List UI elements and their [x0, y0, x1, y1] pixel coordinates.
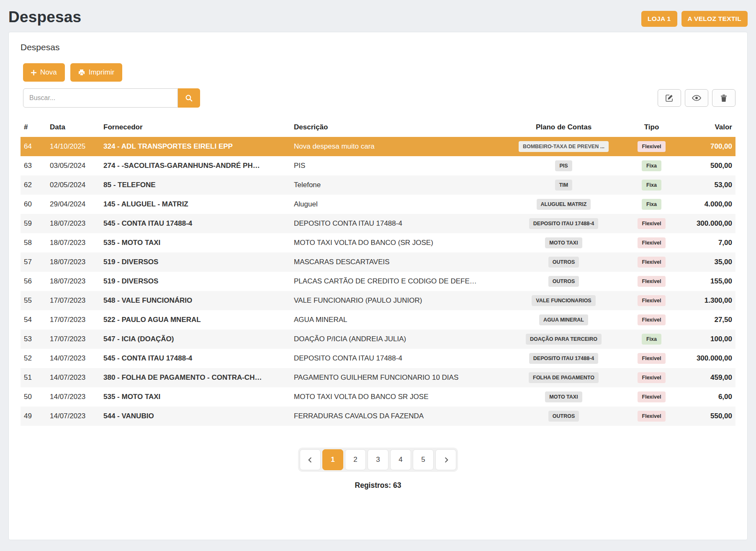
imprimir-button[interactable]: Imprimir	[70, 63, 122, 82]
expenses-card: Despesas Nova Imprimir	[8, 32, 748, 540]
pagination-page-3[interactable]: 3	[368, 449, 388, 470]
cell-valor: 100,00	[680, 330, 735, 349]
cell-tipo: Flexível	[623, 407, 680, 426]
pagination-page-1[interactable]: 1	[322, 449, 343, 470]
cell-valor: 35,00	[680, 252, 735, 272]
cell-fornecedor: 519 - DIVERSOS	[100, 272, 291, 291]
table-row[interactable]: 5317/07/2023547 - ICIA (DOAÇÃO)DOAÇÃO P/…	[21, 330, 735, 349]
cell-tipo: Flexível	[623, 387, 680, 407]
header-data: Data	[46, 118, 100, 137]
table-row[interactable]: 5417/07/2023522 - PAULO AGUA MNERALAGUA …	[21, 310, 735, 330]
cell-fornecedor: 324 - ADL TRANSPORTES EIRELI EPP	[100, 137, 291, 156]
cell-descricao: Telefone	[291, 175, 504, 195]
cell-num: 50	[21, 387, 46, 407]
cell-plano: FOLHA DE PAGAMENTO	[504, 368, 623, 387]
pagination-page-4[interactable]: 4	[390, 449, 411, 470]
pencil-square-icon	[666, 94, 674, 102]
table-row[interactable]: 5818/07/2023535 - MOTO TAXIMOTO TAXI VOL…	[21, 233, 735, 252]
delete-button[interactable]	[712, 89, 735, 107]
edit-button[interactable]	[658, 89, 681, 107]
plano-badge: DOAÇÃO PARA TERCEIRO	[526, 334, 602, 345]
plano-badge: TIM	[555, 180, 573, 191]
cell-data: 18/07/2023	[46, 214, 100, 233]
cell-data: 14/07/2023	[46, 407, 100, 426]
cell-tipo: Flexível	[623, 368, 680, 387]
imprimir-button-label: Imprimir	[89, 68, 114, 77]
cell-valor: 7,00	[680, 233, 735, 252]
plano-badge: DEPOSITO ITAU 17488-4	[529, 218, 598, 229]
table-row[interactable]: 6303/05/2024274 - -SACOLITAS-GARANHUNS-A…	[21, 156, 735, 175]
cell-num: 55	[21, 291, 46, 310]
cell-tipo: Flexível	[623, 233, 680, 252]
table-row[interactable]: 5718/07/2023519 - DIVERSOSMASCARAS DESCA…	[21, 252, 735, 272]
cell-descricao: Nova despesa muito cara	[291, 137, 504, 156]
cell-fornecedor: 545 - CONTA ITAU 17488-4	[100, 214, 291, 233]
cell-data: 02/05/2024	[46, 175, 100, 195]
header-num: #	[21, 118, 46, 137]
tipo-badge: Fixa	[642, 334, 661, 345]
pagination-pages: 12345	[322, 449, 434, 470]
cell-plano: PIS	[504, 156, 623, 175]
table-row[interactable]: 5517/07/2023548 - VALE FUNCIONÁRIOVALE F…	[21, 291, 735, 310]
view-button[interactable]	[685, 89, 708, 107]
nova-button-label: Nova	[40, 68, 57, 77]
plano-badge: OUTROS	[548, 257, 579, 268]
cell-tipo: Flexível	[623, 291, 680, 310]
table-row[interactable]: 5918/07/2023545 - CONTA ITAU 17488-4DEPO…	[21, 214, 735, 233]
tipo-badge: Flexível	[638, 141, 666, 152]
table-row[interactable]: 5114/07/2023380 - FOLHA DE PAGAMENTO - C…	[21, 368, 735, 387]
cell-plano: VALE FUNCIONARIOS	[504, 291, 623, 310]
cell-tipo: Flexível	[623, 310, 680, 330]
cell-tipo: Flexível	[623, 272, 680, 291]
cell-descricao: PLACAS CARTÃO DE CREDITO E CODIGO DE DEF…	[291, 272, 504, 291]
cell-num: 57	[21, 252, 46, 272]
cell-tipo: Flexível	[623, 214, 680, 233]
trash-icon	[720, 95, 727, 102]
table-row[interactable]: 6414/10/2025324 - ADL TRANSPORTES EIRELI…	[21, 137, 735, 156]
cell-tipo: Fixa	[623, 156, 680, 175]
cell-descricao: MOTO TAXI VOLTA DO BANCO SR JOSE	[291, 387, 504, 407]
cell-num: 51	[21, 368, 46, 387]
tipo-badge: Fixa	[642, 180, 661, 191]
cell-valor: 300.000,00	[680, 214, 735, 233]
tipo-badge: Flexível	[638, 314, 666, 325]
store-button[interactable]: LOJA 1	[641, 11, 677, 27]
pagination-next-button[interactable]	[435, 449, 456, 470]
table-row[interactable]: 5618/07/2023519 - DIVERSOSPLACAS CARTÃO …	[21, 272, 735, 291]
header-descricao: Descrição	[291, 118, 504, 137]
tipo-badge: Flexível	[638, 295, 666, 306]
pagination-page-2[interactable]: 2	[345, 449, 366, 470]
search-input[interactable]	[23, 88, 178, 108]
plano-badge: VALE FUNCIONARIOS	[532, 295, 595, 306]
cell-descricao: MASCARAS DESCARTAVEIS	[291, 252, 504, 272]
table-row[interactable]: 5214/07/2023545 - CONTA ITAU 17488-4DEPO…	[21, 349, 735, 368]
pagination-prev-button[interactable]	[300, 449, 321, 470]
cell-data: 14/07/2023	[46, 368, 100, 387]
cell-tipo: Fixa	[623, 175, 680, 195]
tipo-badge: Fixa	[642, 199, 661, 210]
search-button[interactable]	[178, 88, 200, 108]
plano-badge: MOTO TAXI	[545, 391, 582, 402]
table-row[interactable]: 6029/04/2024145 - ALUGUEL - MATRIZAlugue…	[21, 195, 735, 214]
cell-valor: 550,00	[680, 407, 735, 426]
card-title: Despesas	[9, 32, 747, 56]
nova-button[interactable]: Nova	[23, 63, 65, 82]
table-row[interactable]: 5014/07/2023535 - MOTO TAXIMOTO TAXI VOL…	[21, 387, 735, 407]
cell-descricao: PAGAMENTO GUILHERM FUNCIONARIO 10 DIAS	[291, 368, 504, 387]
company-button[interactable]: A VELOZ TEXTIL	[681, 11, 748, 27]
table-row[interactable]: 6202/05/202485 - TELEFONETelefoneTIMFixa…	[21, 175, 735, 195]
cell-data: 03/05/2024	[46, 156, 100, 175]
plano-badge: PIS	[555, 160, 572, 171]
page-title: Despesas	[8, 8, 81, 26]
action-buttons: Nova Imprimir	[23, 63, 735, 82]
cell-plano: OUTROS	[504, 252, 623, 272]
cell-num: 56	[21, 272, 46, 291]
cell-valor: 6,00	[680, 387, 735, 407]
cell-fornecedor: 544 - VANUBIO	[100, 407, 291, 426]
cell-descricao: FERRADURAS CAVALOS DA FAZENDA	[291, 407, 504, 426]
cell-tipo: Flexível	[623, 349, 680, 368]
cell-valor: 53,00	[680, 175, 735, 195]
table-row[interactable]: 4914/07/2023544 - VANUBIOFERRADURAS CAVA…	[21, 407, 735, 426]
pagination-page-5[interactable]: 5	[413, 449, 434, 470]
tipo-badge: Flexível	[638, 257, 666, 268]
